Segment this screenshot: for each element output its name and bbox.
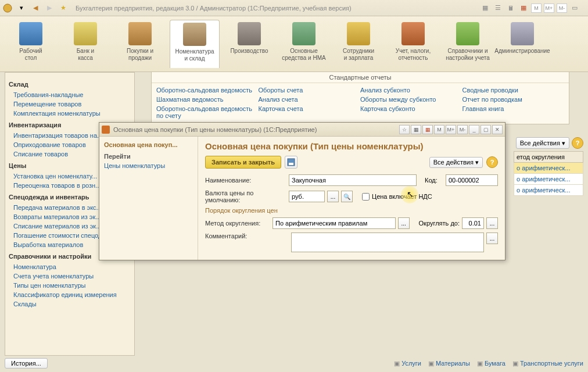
select-button[interactable]: ... xyxy=(486,217,498,229)
sidebar-link[interactable]: Комплектация номенклатуры xyxy=(9,109,131,118)
ribbon: Рабочий стол Банк и касса Покупки и прод… xyxy=(0,16,588,72)
sidebar-link[interactable]: Типы цен номенклатуры xyxy=(9,281,131,290)
label-currency: Валюта цены по умолчанию: xyxy=(205,189,286,203)
report-link[interactable]: Анализ счета xyxy=(259,95,361,104)
calendar-icon[interactable]: ▦ xyxy=(518,3,529,13)
report-link[interactable]: Обороты счета xyxy=(259,85,361,95)
all-actions-button[interactable]: Все действия ▾ xyxy=(516,137,569,149)
report-link[interactable]: Шахматная ведомость xyxy=(156,95,259,104)
ribbon-nomenclature[interactable]: Номенклатура и склад xyxy=(170,20,220,68)
comment-input[interactable] xyxy=(291,233,484,252)
list-icon[interactable]: ☰ xyxy=(493,3,503,13)
ribbon-bank[interactable]: Банк и касса xyxy=(60,20,110,68)
save-close-button[interactable]: Записать и закрыть xyxy=(205,156,281,169)
sidebar-link[interactable]: Перемещение товаров xyxy=(9,99,131,109)
vat-checkbox[interactable] xyxy=(362,193,370,201)
ribbon-desktop[interactable]: Рабочий стол xyxy=(6,20,56,68)
select-button[interactable]: ... xyxy=(486,233,498,244)
label-round-to: Округлять до: xyxy=(419,220,460,227)
form-title: Основная цена покупки (Тип цены номенкла… xyxy=(205,141,498,151)
ribbon-assets[interactable]: Основные средства и НМА xyxy=(279,20,329,68)
list-row[interactable]: о арифметическ... xyxy=(514,174,583,185)
dialog-nav-link[interactable]: Цены номенклатуры xyxy=(104,162,193,169)
select-button[interactable]: ... xyxy=(398,217,410,229)
report-link[interactable]: Отчет по проводкам xyxy=(462,95,565,104)
dialog-nav-title[interactable]: Основная цена покуп... xyxy=(104,141,193,148)
sidebar-link[interactable]: Номенклатура xyxy=(9,262,131,271)
ribbon-tax[interactable]: Учет, налоги, отчетность xyxy=(388,20,438,68)
status-item[interactable]: Транспортные услуги xyxy=(512,360,583,367)
report-link[interactable]: Сводные проводки xyxy=(462,85,565,95)
list-panel: Все действия ▾ ? етод округления о арифм… xyxy=(514,137,583,196)
status-item[interactable]: Услуги xyxy=(394,360,421,367)
search-icon[interactable]: 🔍 xyxy=(341,191,353,202)
memory-m[interactable]: M xyxy=(531,3,542,13)
favorite-icon[interactable]: ★ xyxy=(58,3,69,13)
report-link[interactable]: Обороты между субконто xyxy=(360,95,462,104)
calc-icon[interactable]: 🖩 xyxy=(505,3,516,13)
label-vat: Цена включает НДС xyxy=(372,193,432,200)
report-link[interactable]: Главная книга xyxy=(462,104,565,113)
select-button[interactable]: ... xyxy=(327,191,339,202)
nav-fwd-icon[interactable]: ▶ xyxy=(44,3,55,13)
ribbon-refs[interactable]: Справочники и настройки учета xyxy=(443,20,493,68)
svg-rect-2 xyxy=(289,163,293,165)
currency-input[interactable] xyxy=(289,191,325,202)
save-icon[interactable] xyxy=(285,156,297,169)
status-item[interactable]: Бумага xyxy=(477,360,505,367)
report-link[interactable]: Карточка счета xyxy=(259,104,361,113)
all-actions-button[interactable]: Все действия ▾ xyxy=(429,157,483,168)
sidebar-link[interactable]: Классификатор единиц измерения xyxy=(9,290,131,299)
minimize-icon[interactable]: ▭ xyxy=(569,3,580,13)
status-item[interactable]: Материалы xyxy=(428,360,470,367)
memory-mminus[interactable]: M- xyxy=(457,125,468,134)
list-header: етод округления xyxy=(514,151,583,163)
memory-mplus[interactable]: M+ xyxy=(544,3,554,13)
report-link[interactable]: Оборотно-сальдовая ведомость по счету xyxy=(156,104,259,120)
grid-icon[interactable]: ▦ xyxy=(480,3,490,13)
round-to-input[interactable] xyxy=(462,217,484,229)
dialog-title: Основная цена покупки (Тип цены номенкла… xyxy=(113,126,396,133)
memory-m[interactable]: M xyxy=(434,125,444,134)
list-row[interactable]: о арифметическ... xyxy=(514,185,583,196)
code-input[interactable] xyxy=(446,174,498,186)
nav-back-icon[interactable]: ◀ xyxy=(30,3,41,13)
report-link[interactable]: Анализ субконто xyxy=(360,85,462,95)
grid-icon[interactable]: ▦ xyxy=(411,125,421,134)
ribbon-staff[interactable]: Сотрудники и зарплата xyxy=(334,20,383,68)
dialog-form: Основная цена покупки (Тип цены номенкла… xyxy=(198,137,505,260)
help-icon[interactable]: ? xyxy=(486,156,498,168)
dropdown-icon[interactable]: ▾ xyxy=(16,3,27,13)
sidebar-link[interactable]: Требования-накладные xyxy=(9,90,131,99)
memory-mminus[interactable]: M- xyxy=(557,3,567,13)
statusbar: История... Услуги Материалы Бумага Транс… xyxy=(5,357,583,370)
minimize-button[interactable]: _ xyxy=(469,125,479,134)
ribbon-admin[interactable]: Администрирование xyxy=(497,20,547,68)
section-rounding: Порядок округления цен xyxy=(205,207,498,214)
history-button[interactable]: История... xyxy=(5,358,48,369)
name-input[interactable] xyxy=(289,174,417,186)
report-link[interactable]: Оборотно-сальдовая ведомость xyxy=(156,85,259,95)
sidebar-link[interactable]: Счета учета номенклатуры xyxy=(9,271,131,281)
ribbon-production[interactable]: Производство xyxy=(224,20,274,68)
dialog-titlebar[interactable]: Основная цена покупки (Тип цены номенкла… xyxy=(99,123,505,137)
dialog-nav-goto: Перейти xyxy=(104,153,193,160)
calendar-icon[interactable]: ▦ xyxy=(422,125,433,134)
close-button[interactable]: ✕ xyxy=(492,125,503,134)
sidebar-link[interactable]: Склады xyxy=(9,299,131,309)
dialog-app-icon xyxy=(102,126,110,134)
maximize-button[interactable]: ▢ xyxy=(481,125,491,134)
label-comment: Комментарий: xyxy=(205,233,270,239)
dialog-nav: Основная цена покуп... Перейти Цены номе… xyxy=(99,137,198,260)
method-input[interactable] xyxy=(273,217,396,229)
label-name: Наименование: xyxy=(205,177,286,184)
ribbon-sales[interactable]: Покупки и продажи xyxy=(115,20,165,68)
dialog-price-type: Основная цена покупки (Тип цены номенкла… xyxy=(99,122,505,260)
app-logo-icon xyxy=(2,3,13,13)
list-row[interactable]: о арифметическ... xyxy=(514,163,583,174)
report-link[interactable]: Карточка субконто xyxy=(360,104,462,113)
pin-icon[interactable]: ☆ xyxy=(399,125,410,134)
reports-panel: Стандартные отчеты Оборотно-сальдовая ве… xyxy=(151,71,569,124)
memory-mplus[interactable]: M+ xyxy=(446,125,456,134)
help-icon[interactable]: ? xyxy=(572,137,583,149)
